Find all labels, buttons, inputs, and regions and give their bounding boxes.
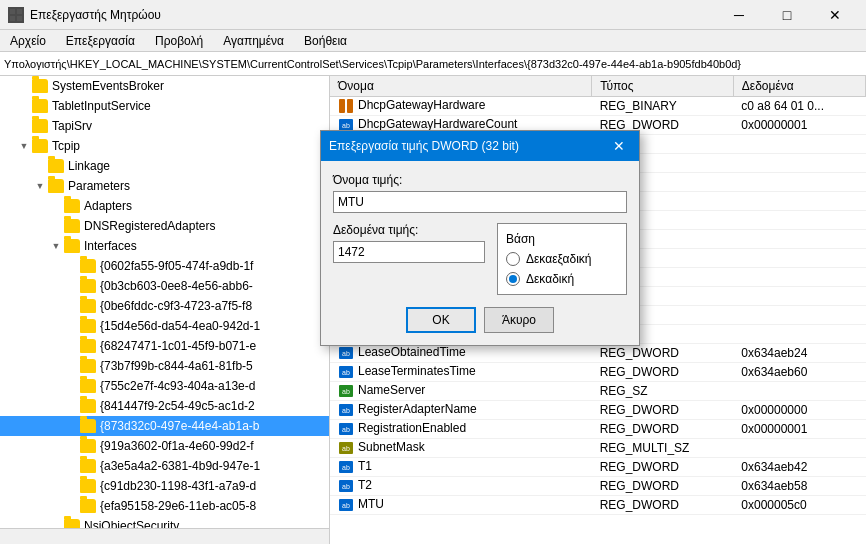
tree-arrow-guid8 <box>64 398 80 414</box>
horizontal-scrollbar[interactable] <box>0 528 329 544</box>
value-data-input[interactable] <box>333 241 485 263</box>
tree-content[interactable]: SystemEventsBrokerTabletInputServiceTapi… <box>0 76 329 528</box>
table-row[interactable]: DhcpGatewayHardwareREG_BINARYc0 a8 64 01… <box>330 96 866 115</box>
reg-icon-17: ab <box>338 421 354 437</box>
tree-item-interfaces[interactable]: ▼Interfaces <box>0 236 329 256</box>
reg-icon-14: ab <box>338 364 354 380</box>
folder-icon-linkage <box>48 159 64 173</box>
table-row[interactable]: abMTUREG_DWORD0x000005c0 <box>330 495 866 514</box>
tree-item-dnsregisteredadapters[interactable]: DNSRegisteredAdapters <box>0 216 329 236</box>
table-row[interactable]: abT2REG_DWORD0x634aeb58 <box>330 476 866 495</box>
reg-name-21: abMTU <box>330 495 592 514</box>
tree-item-guid3[interactable]: {0be6fddc-c9f3-4723-a7f5-f8 <box>0 296 329 316</box>
reg-data-2 <box>733 134 865 153</box>
table-row[interactable]: abLeaseTerminatesTimeREG_DWORD0x634aeb60 <box>330 362 866 381</box>
dialog-title-bar: Επεξεργασία τιμής DWORD (32 bit) ✕ <box>321 131 639 161</box>
folder-icon-dnsregisteredadapters <box>64 219 80 233</box>
dialog-close-button[interactable]: ✕ <box>607 134 631 158</box>
reg-icon-16: ab <box>338 402 354 418</box>
radio-dec[interactable]: Δεκαδική <box>506 272 618 286</box>
reg-data-5 <box>733 191 865 210</box>
tree-item-nsiobjectsecurity[interactable]: NsiObjectSecurity <box>0 516 329 528</box>
tree-item-adapters[interactable]: Adapters <box>0 196 329 216</box>
table-row[interactable]: abSubnetMaskREG_MULTI_SZ <box>330 438 866 457</box>
tree-label-guid9: {873d32c0-497e-44e4-ab1a-b <box>100 419 259 433</box>
reg-name-14: abLeaseTerminatesTime <box>330 362 592 381</box>
tree-arrow-linkage <box>32 158 48 174</box>
table-row[interactable]: abRegistrationEnabledREG_DWORD0x00000001 <box>330 419 866 438</box>
base-label: Βάση <box>506 232 618 246</box>
tree-item-guid5[interactable]: {68247471-1c01-45f9-b071-e <box>0 336 329 356</box>
reg-data-9 <box>733 267 865 286</box>
ok-button[interactable]: OK <box>406 307 476 333</box>
reg-data-8 <box>733 248 865 267</box>
tree-item-guid8[interactable]: {841447f9-2c54-49c5-ac1d-2 <box>0 396 329 416</box>
tree-item-guid12[interactable]: {c91db230-1198-43f1-a7a9-d <box>0 476 329 496</box>
menu-view[interactable]: Προβολή <box>145 30 213 51</box>
table-row[interactable]: abNameServerREG_SZ <box>330 381 866 400</box>
tree-item-guid4[interactable]: {15d4e56d-da54-4ea0-942d-1 <box>0 316 329 336</box>
reg-data-6 <box>733 210 865 229</box>
reg-data-14: 0x634aeb60 <box>733 362 865 381</box>
reg-data-16: 0x00000000 <box>733 400 865 419</box>
tree-arrow-adapters <box>48 198 64 214</box>
tree-item-guid7[interactable]: {755c2e7f-4c93-404a-a13e-d <box>0 376 329 396</box>
tree-label-guid5: {68247471-1c01-45f9-b071-e <box>100 339 256 353</box>
minimize-button[interactable]: ─ <box>716 0 762 30</box>
svg-rect-4 <box>339 99 345 113</box>
reg-type-0: REG_BINARY <box>592 96 734 115</box>
value-name-input[interactable] <box>333 191 627 213</box>
folder-icon-tabletinputservice <box>32 99 48 113</box>
reg-name-20: abT2 <box>330 476 592 495</box>
tree-item-parameters[interactable]: ▼Parameters <box>0 176 329 196</box>
tree-arrow-tcpip: ▼ <box>16 138 32 154</box>
tree-item-systemeventsbroker[interactable]: SystemEventsBroker <box>0 76 329 96</box>
tree-arrow-guid6 <box>64 358 80 374</box>
tree-label-guid10: {919a3602-0f1a-4e60-99d2-f <box>100 439 253 453</box>
svg-text:ab: ab <box>342 445 350 452</box>
tree-label-guid7: {755c2e7f-4c93-404a-a13e-d <box>100 379 255 393</box>
svg-rect-0 <box>10 9 15 14</box>
tree-item-guid10[interactable]: {919a3602-0f1a-4e60-99d2-f <box>0 436 329 456</box>
table-row[interactable]: abRegisterAdapterNameREG_DWORD0x00000000 <box>330 400 866 419</box>
reg-data-10 <box>733 286 865 305</box>
menu-help[interactable]: Βοήθεια <box>294 30 357 51</box>
tree-item-guid2[interactable]: {0b3cb603-0ee8-4e56-abb6- <box>0 276 329 296</box>
tree-item-tabletinputservice[interactable]: TabletInputService <box>0 96 329 116</box>
reg-data-18 <box>733 438 865 457</box>
reg-icon-13: ab <box>338 345 354 361</box>
dialog-buttons: OK Άκυρο <box>333 307 627 333</box>
tree-item-guid13[interactable]: {efa95158-29e6-11eb-ac05-8 <box>0 496 329 516</box>
tree-arrow-guid7 <box>64 378 80 394</box>
tree-arrow-guid12 <box>64 478 80 494</box>
folder-icon-guid7 <box>80 379 96 393</box>
cancel-button[interactable]: Άκυρο <box>484 307 554 333</box>
menu-file[interactable]: Αρχείο <box>0 30 56 51</box>
radio-hex[interactable]: Δεκαεξαδική <box>506 252 618 266</box>
svg-rect-1 <box>17 9 22 14</box>
svg-text:ab: ab <box>342 350 350 357</box>
table-row[interactable]: abT1REG_DWORD0x634aeb42 <box>330 457 866 476</box>
close-button[interactable]: ✕ <box>812 0 858 30</box>
tree-item-tapisrv[interactable]: TapiSrv <box>0 116 329 136</box>
svg-rect-3 <box>17 16 22 21</box>
tree-item-guid6[interactable]: {73b7f99b-c844-4a61-81fb-5 <box>0 356 329 376</box>
maximize-button[interactable]: □ <box>764 0 810 30</box>
dword-edit-dialog[interactable]: Επεξεργασία τιμής DWORD (32 bit) ✕ Όνομα… <box>320 130 640 346</box>
svg-text:ab: ab <box>342 369 350 376</box>
menu-favorites[interactable]: Αγαπημένα <box>213 30 294 51</box>
tree-item-guid11[interactable]: {a3e5a4a2-6381-4b9d-947e-1 <box>0 456 329 476</box>
tree-label-guid1: {0602fa55-9f05-474f-a9db-1f <box>100 259 253 273</box>
reg-name-19: abT1 <box>330 457 592 476</box>
svg-rect-5 <box>347 99 353 113</box>
col-data: Δεδομένα <box>733 76 865 96</box>
folder-icon-guid1 <box>80 259 96 273</box>
tree-item-guid9[interactable]: {873d32c0-497e-44e4-ab1a-b <box>0 416 329 436</box>
tree-item-linkage[interactable]: Linkage <box>0 156 329 176</box>
tree-item-guid1[interactable]: {0602fa55-9f05-474f-a9db-1f <box>0 256 329 276</box>
menu-edit[interactable]: Επεξεργασία <box>56 30 145 51</box>
reg-icon-18: ab <box>338 440 354 456</box>
reg-icon-20: ab <box>338 478 354 494</box>
tree-item-tcpip[interactable]: ▼Tcpip <box>0 136 329 156</box>
reg-data-7 <box>733 229 865 248</box>
